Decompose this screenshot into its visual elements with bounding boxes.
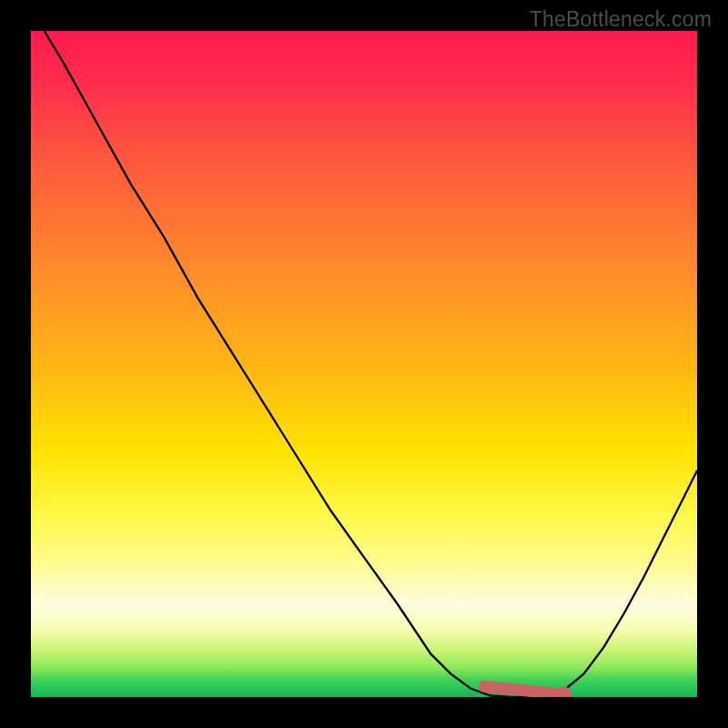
chart-frame: TheBottleneck.com bbox=[0, 0, 728, 728]
watermark-text: TheBottleneck.com bbox=[530, 7, 712, 32]
plot-area bbox=[31, 31, 697, 697]
curve-layer bbox=[31, 31, 697, 697]
bottleneck-curve bbox=[45, 31, 697, 697]
